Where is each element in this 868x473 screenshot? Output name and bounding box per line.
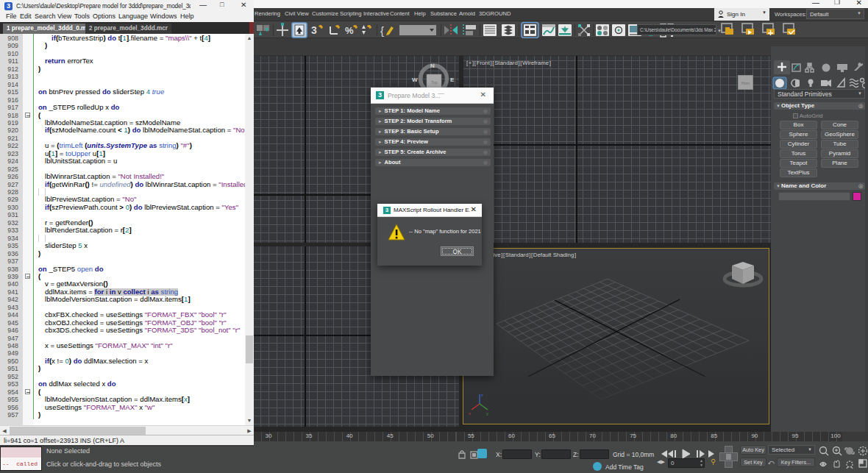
svg-text:y: y <box>486 411 488 416</box>
svg-text:{: { <box>380 24 384 37</box>
svg-text:%: % <box>345 25 354 36</box>
svg-text:x: x <box>469 411 471 416</box>
svg-text:E: E <box>450 77 455 83</box>
svg-text:N: N <box>430 63 435 69</box>
svg-text:3: 3 <box>311 24 317 36</box>
svg-text:W: W <box>412 77 418 83</box>
svg-text:z: z <box>481 393 483 397</box>
svg-text:Top: Top <box>431 80 438 85</box>
